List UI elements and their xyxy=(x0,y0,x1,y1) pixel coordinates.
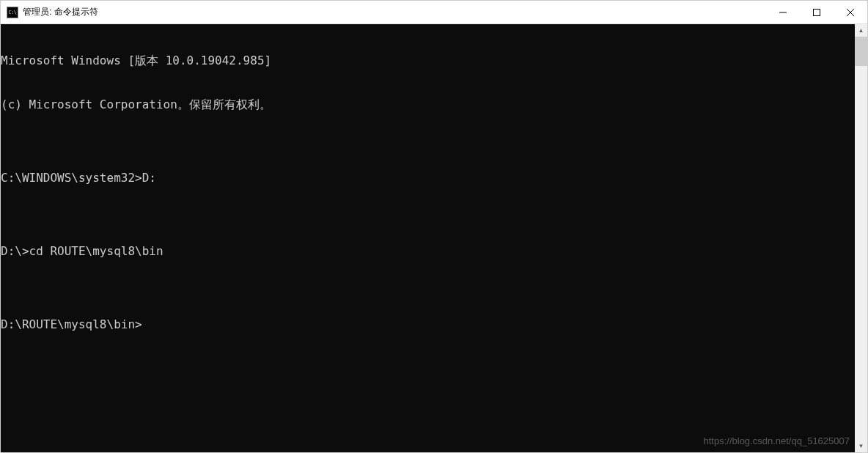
close-button[interactable] xyxy=(834,1,867,23)
cmd-icon: C:\ xyxy=(7,7,18,18)
scroll-up-arrow[interactable]: ▲ xyxy=(855,24,867,37)
terminal-line: D:\ROUTE\mysql8\bin> xyxy=(1,317,855,332)
window-titlebar: C:\ 管理员: 命令提示符 xyxy=(1,1,867,24)
terminal-line: (c) Microsoft Corporation。保留所有权利。 xyxy=(1,97,855,112)
terminal-line: Microsoft Windows [版本 10.0.19042.985] xyxy=(1,54,855,68)
terminal-line: C:\WINDOWS\system32>D: xyxy=(1,171,855,185)
terminal-line: D:\>cd ROUTE\mysql8\bin xyxy=(1,244,855,259)
scrollbar-thumb[interactable] xyxy=(855,37,867,66)
scroll-down-arrow[interactable]: ▼ xyxy=(855,440,867,452)
svg-rect-1 xyxy=(814,9,820,15)
terminal-output[interactable]: Microsoft Windows [版本 10.0.19042.985] (c… xyxy=(1,24,855,452)
maximize-button[interactable] xyxy=(800,1,834,23)
vertical-scrollbar[interactable]: ▲ ▼ xyxy=(855,24,867,452)
window-title: 管理员: 命令提示符 xyxy=(23,6,766,18)
terminal-container: Microsoft Windows [版本 10.0.19042.985] (c… xyxy=(1,24,867,452)
window-controls xyxy=(766,1,867,23)
minimize-button[interactable] xyxy=(766,1,800,23)
